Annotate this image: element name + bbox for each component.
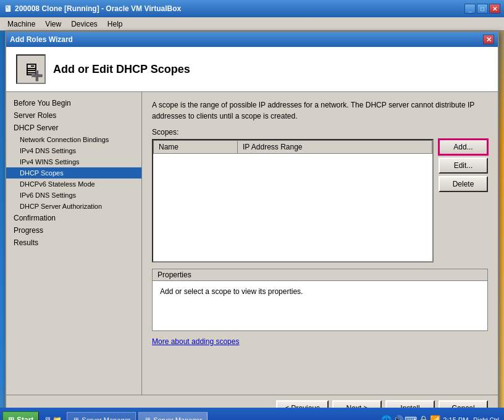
description-text: A scope is the range of possible IP addr… [152, 99, 488, 122]
vm-window: Tinsush Add Roles Wizard ✕ 🖥 ➕ Add or Ed… [0, 31, 504, 408]
title-bar-title: 200008 Clone [Running] - Oracle VM Virtu… [15, 4, 181, 13]
windows-icon: ⊞ [8, 416, 14, 420]
tray-icon-2: 🔊 [393, 415, 403, 420]
close-button[interactable]: ✕ [489, 4, 500, 14]
add-roles-dialog: Add Roles Wizard ✕ 🖥 ➕ Add or Edit DHCP … [5, 31, 499, 420]
dialog-title-bar: Add Roles Wizard ✕ [6, 32, 498, 47]
delete-button[interactable]: Delete [439, 176, 488, 192]
taskbar-icon-2: 🖥 [144, 416, 151, 420]
taskbar-right: 🌐 🔊 ⌨ 🔒 📶 2:15 PM Right Ctrl [379, 415, 502, 420]
menu-devices[interactable]: Devices [66, 19, 103, 30]
col-name: Name [154, 141, 238, 154]
sidebar-item-dhcp-server-authorization[interactable]: DHCP Server Authorization [6, 201, 141, 212]
menu-help[interactable]: Help [103, 19, 128, 30]
add-button[interactable]: Add... [439, 139, 488, 155]
sidebar-item-before-you-begin[interactable]: Before You Begin [6, 97, 141, 109]
start-button[interactable]: ⊞ Start [2, 411, 39, 420]
taskbar-icon-1: 🖥 [72, 416, 79, 420]
scopes-area: Name IP Address Range Add... Edit... Del… [152, 139, 488, 262]
time-display: 2:15 PM [443, 416, 468, 420]
header-plus-icon: ➕ [31, 70, 43, 82]
dialog-header-icon: 🖥 ➕ [16, 54, 46, 84]
taskbar-label-1: Server Manager [82, 416, 130, 420]
start-label: Start [17, 416, 33, 420]
menu-bar: Machine View Devices Help [0, 17, 504, 31]
sidebar-item-server-roles[interactable]: Server Roles [6, 109, 141, 122]
scopes-buttons: Add... Edit... Delete [439, 139, 488, 262]
title-bar-controls: _ □ ✕ [464, 4, 500, 14]
properties-title: Properties [153, 269, 487, 281]
title-bar: 🖥 200008 Clone [Running] - Oracle VM Vir… [0, 0, 504, 17]
ql-icon-2: 📁 [52, 416, 62, 420]
scopes-table-container: Name IP Address Range [152, 139, 434, 262]
taskbar-items: 🖥 📁 🖥 Server Manager 🖥 Server Manager [44, 412, 379, 420]
sidebar-item-dhcp-scopes[interactable]: DHCP Scopes [6, 167, 141, 178]
sidebar-item-ipv6-dns-settings[interactable]: IPv6 DNS Settings [6, 190, 141, 201]
sidebar-item-ipv4-dns-settings[interactable]: IPv4 DNS Settings [6, 145, 141, 156]
tray-icon-3: ⌨ [405, 415, 417, 420]
more-link[interactable]: More about adding scopes [152, 337, 239, 346]
right-ctrl-label: Right Ctrl [473, 417, 499, 421]
dialog-header: 🖥 ➕ Add or Edit DHCP Scopes [6, 47, 498, 92]
taskbar-item-server-manager-1[interactable]: 🖥 Server Manager [67, 412, 136, 420]
col-ip-range: IP Address Range [238, 141, 432, 154]
ql-icon-1: 🖥 [44, 416, 51, 420]
sidebar: Before You Begin Server Roles DHCP Serve… [6, 92, 142, 395]
properties-section: Properties Add or select a scope to view… [152, 269, 488, 331]
scopes-table: Name IP Address Range [153, 140, 432, 154]
sidebar-item-dhcpv6-stateless-mode[interactable]: DHCPv6 Stateless Mode [6, 178, 141, 190]
minimize-button[interactable]: _ [464, 4, 476, 14]
main-content: A scope is the range of possible IP addr… [142, 92, 498, 395]
taskbar: ⊞ Start 🖥 📁 🖥 Server Manager 🖥 Server Ma… [0, 408, 504, 420]
maximize-button[interactable]: □ [477, 4, 488, 14]
title-bar-icon: 🖥 [4, 4, 12, 14]
scopes-label: Scopes: [152, 128, 488, 136]
dialog-title-label: Add Roles Wizard [10, 35, 73, 44]
sidebar-item-confirmation[interactable]: Confirmation [6, 212, 141, 224]
edit-button[interactable]: Edit... [439, 158, 488, 174]
menu-machine[interactable]: Machine [2, 19, 40, 30]
taskbar-label-2: Server Manager [153, 416, 202, 420]
dialog-body: Before You Begin Server Roles DHCP Serve… [6, 92, 498, 395]
sidebar-item-ipv4-wins-settings[interactable]: IPv4 WINS Settings [6, 156, 141, 167]
sys-tray-icons: 🌐 🔊 ⌨ 🔒 📶 [381, 415, 440, 420]
dialog-close-button[interactable]: ✕ [483, 35, 494, 44]
sidebar-item-progress[interactable]: Progress [6, 224, 141, 237]
sidebar-item-network-connection-bindings[interactable]: Network Connection Bindings [6, 134, 141, 145]
menu-view[interactable]: View [40, 19, 66, 30]
tray-icon-1: 🌐 [381, 415, 392, 420]
tray-icon-4: 🔒 [418, 415, 429, 420]
tray-icon-5: 📶 [430, 415, 440, 420]
taskbar-item-server-manager-2[interactable]: 🖥 Server Manager [138, 412, 208, 420]
properties-body: Add or select a scope to view its proper… [153, 281, 487, 330]
clock-time: 2:15 PM [443, 416, 468, 420]
quick-launch: 🖥 📁 [44, 412, 62, 420]
dialog-header-title: Add or Edit DHCP Scopes [53, 63, 190, 76]
properties-text: Add or select a scope to view its proper… [160, 287, 303, 296]
sidebar-item-dhcp-server[interactable]: DHCP Server [6, 122, 141, 134]
sidebar-item-results[interactable]: Results [6, 237, 141, 249]
